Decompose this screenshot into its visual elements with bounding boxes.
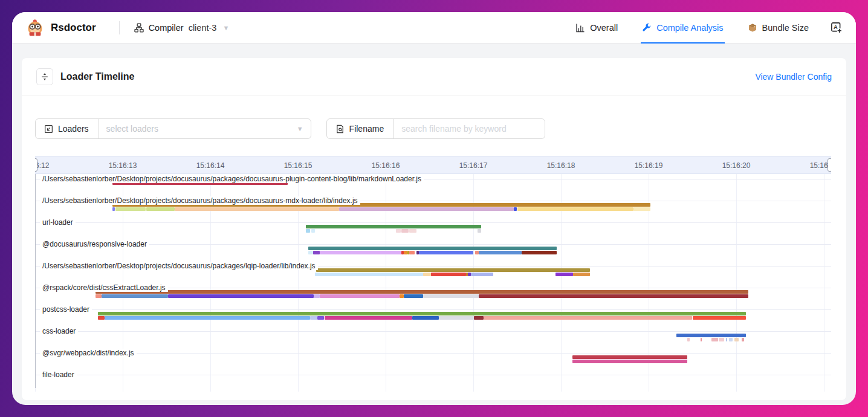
bar-segment[interactable]	[315, 273, 424, 276]
bar-segment[interactable]	[325, 316, 412, 320]
bar-segment[interactable]	[478, 229, 481, 233]
bar-segment[interactable]	[400, 294, 404, 298]
loader-timeline-chart: 15:16:1215:16:1315:16:1415:16:1515:16:16…	[35, 156, 831, 392]
translate-button[interactable]: A	[821, 12, 843, 43]
time-axis: 15:16:1215:16:1315:16:1415:16:1515:16:16…	[35, 156, 831, 174]
brush-handle-left[interactable]	[35, 158, 37, 172]
bar-segment[interactable]	[320, 294, 400, 298]
bar-segment[interactable]	[572, 360, 687, 363]
header-divider	[119, 21, 120, 34]
bar-segment[interactable]	[687, 338, 690, 341]
bar-segment[interactable]	[676, 334, 746, 337]
bar-segment[interactable]	[317, 316, 325, 320]
bar-segment[interactable]	[115, 207, 145, 211]
row-divider	[35, 353, 831, 354]
compiler-value: client-3	[189, 23, 217, 33]
bar-segment[interactable]	[479, 251, 522, 254]
row-label: @docusaurus/responsive-loader	[40, 240, 149, 248]
bar-segment[interactable]	[423, 273, 431, 276]
bar-segment[interactable]	[102, 294, 168, 298]
filename-search-input[interactable]	[394, 119, 545, 138]
bar-segment[interactable]	[175, 207, 340, 211]
bar-segment[interactable]	[313, 251, 320, 254]
bar-segment[interactable]	[308, 251, 313, 254]
nav-item-overall[interactable]: Overall	[563, 12, 630, 43]
bar-segment[interactable]	[168, 294, 314, 298]
bar-segment[interactable]	[479, 294, 749, 298]
bar-segment[interactable]	[96, 290, 748, 294]
bar-segment[interactable]	[633, 207, 650, 211]
loader-timeline-card: Loader Timeline View Bundler Config	[22, 58, 846, 400]
bar-segment[interactable]	[112, 207, 115, 211]
bar-segment[interactable]	[555, 273, 573, 276]
bar-segment[interactable]	[693, 316, 746, 320]
bar-segment[interactable]	[105, 316, 311, 320]
bar-segment[interactable]	[701, 338, 702, 341]
timeline-row: file-loader	[35, 370, 831, 392]
bar-segment[interactable]	[522, 251, 557, 254]
loaders-select-placeholder: select loaders	[106, 124, 158, 134]
bar-segment[interactable]	[484, 316, 692, 320]
rsdoctor-logo[interactable]	[25, 18, 45, 37]
brush-handle-right[interactable]	[828, 158, 831, 172]
axis-tick-label: 15:16:13	[109, 161, 137, 170]
bar-segment[interactable]	[572, 355, 687, 359]
bar-segment[interactable]	[310, 316, 317, 320]
bar-segment[interactable]	[475, 251, 479, 254]
bar-segment[interactable]	[401, 229, 409, 233]
collapse-toggle-button[interactable]	[36, 68, 53, 85]
row-divider	[35, 222, 831, 223]
bar-segment[interactable]	[339, 207, 514, 211]
compiler-selector[interactable]: Compiler client-3 ▼	[134, 23, 230, 33]
bar-segment[interactable]	[396, 229, 400, 233]
bar-segment[interactable]	[306, 225, 481, 228]
timeline-row: css-loader	[35, 326, 831, 348]
bar-segment[interactable]	[311, 229, 315, 233]
view-bundler-config-link[interactable]: View Bundler Config	[755, 72, 832, 82]
page-title: Loader Timeline	[60, 71, 134, 82]
bar-segment[interactable]	[711, 338, 717, 341]
bar-segment[interactable]	[423, 294, 478, 298]
bar-segment[interactable]	[98, 312, 746, 315]
bar-segment[interactable]	[468, 273, 470, 276]
timeline-row: postcss-loader	[35, 305, 831, 326]
nav-item-compile-analysis[interactable]: Compile Analysis	[630, 12, 735, 43]
bar-segment[interactable]	[729, 338, 733, 341]
bar-segment[interactable]	[314, 294, 320, 298]
bar-segment[interactable]	[726, 338, 728, 341]
bar-segment[interactable]	[431, 273, 466, 276]
bar-segment[interactable]	[98, 316, 104, 320]
bar-segment[interactable]	[719, 338, 724, 341]
nav-item-bundle-size[interactable]: Bundle Size	[736, 12, 821, 43]
timeline-row: /Users/sebastienlorber/Desktop/projects/…	[35, 174, 831, 196]
row-label: @svgr/webpack/dist/index.js	[40, 349, 137, 357]
bar-segment[interactable]	[316, 268, 589, 272]
card-body: Loaders select loaders ▼	[22, 95, 846, 392]
bar-segment[interactable]	[471, 273, 494, 276]
bar-segment[interactable]	[409, 251, 415, 254]
bar-segment[interactable]	[474, 316, 484, 320]
bar-segment[interactable]	[404, 294, 423, 298]
loaders-filter-group: Loaders select loaders ▼	[35, 118, 311, 139]
bar-segment[interactable]	[320, 251, 401, 254]
row-label: /Users/sebastienlorber/Desktop/projects/…	[40, 196, 360, 205]
file-search-icon	[335, 124, 345, 134]
loaders-select[interactable]: select loaders ▼	[99, 119, 311, 138]
bar-segment[interactable]	[734, 338, 739, 341]
row-label: css-loader	[40, 327, 78, 335]
bar-segment[interactable]	[308, 247, 556, 250]
bar-segment[interactable]	[419, 251, 473, 254]
bar-segment[interactable]	[412, 316, 439, 320]
bar-segment[interactable]	[306, 229, 310, 233]
bar-segment[interactable]	[514, 207, 517, 211]
bar-segment[interactable]	[96, 294, 102, 298]
bar-segment[interactable]	[742, 338, 744, 341]
bar-segment[interactable]	[573, 273, 590, 276]
row-divider	[35, 309, 831, 310]
bar-segment[interactable]	[409, 229, 416, 233]
timeline-body: /Users/sebastienlorber/Desktop/projects/…	[35, 174, 831, 392]
bar-segment[interactable]	[517, 207, 634, 211]
bar-segment[interactable]	[146, 207, 174, 211]
svg-text:A: A	[834, 24, 838, 30]
bar-segment[interactable]	[439, 316, 474, 320]
